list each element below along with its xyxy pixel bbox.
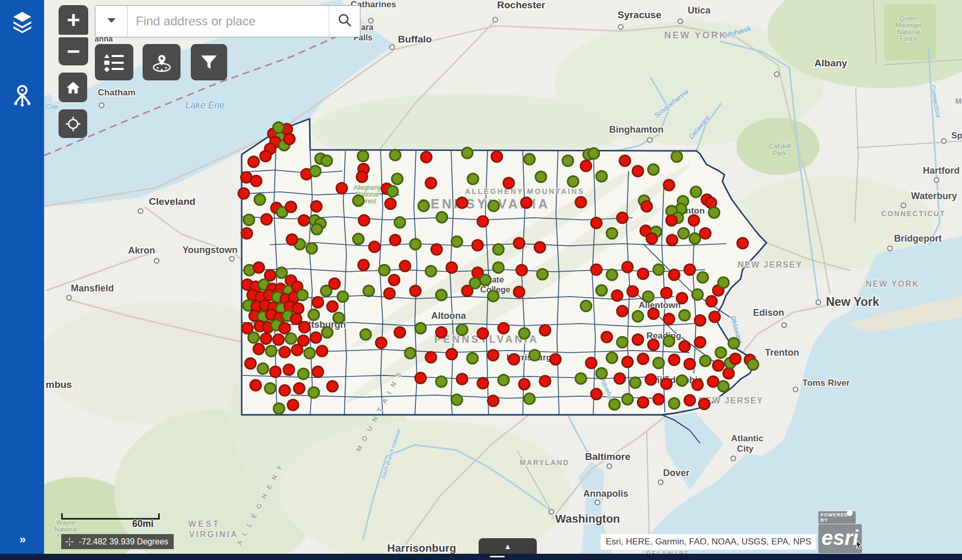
- map-point[interactable]: [299, 322, 310, 333]
- map-point[interactable]: [617, 337, 628, 348]
- map-point[interactable]: [359, 215, 370, 226]
- map-point[interactable]: [274, 403, 285, 414]
- map-point[interactable]: [748, 359, 759, 370]
- map-point[interactable]: [265, 383, 276, 394]
- map-point[interactable]: [452, 236, 463, 247]
- map-point[interactable]: [718, 277, 729, 288]
- map-point[interactable]: [470, 278, 481, 289]
- map-point[interactable]: [280, 323, 290, 334]
- map-point[interactable]: [692, 289, 703, 300]
- map-point[interactable]: [288, 400, 299, 411]
- map-point[interactable]: [617, 306, 628, 317]
- map-point[interactable]: [643, 291, 654, 302]
- map-point[interactable]: [664, 336, 675, 347]
- map-point[interactable]: [284, 134, 295, 145]
- map-point[interactable]: [519, 379, 530, 390]
- map-point[interactable]: [672, 151, 682, 162]
- map-point[interactable]: [488, 396, 499, 407]
- map-point[interactable]: [385, 199, 396, 209]
- map-point[interactable]: [239, 188, 249, 199]
- map-point[interactable]: [540, 376, 551, 387]
- map-point[interactable]: [400, 261, 411, 272]
- map-point[interactable]: [716, 347, 727, 358]
- map-point[interactable]: [521, 198, 532, 208]
- map-point[interactable]: [329, 278, 340, 289]
- map-point[interactable]: [457, 374, 468, 385]
- map-point[interactable]: [245, 358, 256, 369]
- map-point[interactable]: [612, 290, 623, 301]
- map-point[interactable]: [294, 383, 305, 394]
- map-point[interactable]: [317, 346, 328, 357]
- map-point[interactable]: [493, 262, 504, 273]
- map-point[interactable]: [488, 350, 499, 361]
- map-point[interactable]: [685, 395, 695, 406]
- bottom-bar-handle[interactable]: [490, 556, 505, 557]
- map-point[interactable]: [286, 333, 297, 344]
- map-point[interactable]: [309, 387, 319, 398]
- map-point[interactable]: [667, 235, 678, 246]
- map-point[interactable]: [255, 194, 266, 205]
- map-point[interactable]: [576, 373, 587, 384]
- map-viewport[interactable]: CatharinesaraFallsBuffaloRochesterSyracu…: [0, 0, 962, 560]
- map-point[interactable]: [581, 301, 592, 312]
- map-point[interactable]: [492, 151, 503, 162]
- map-point[interactable]: [360, 329, 371, 340]
- map-point[interactable]: [677, 375, 688, 386]
- map-point[interactable]: [638, 397, 649, 408]
- near-me-button[interactable]: [143, 44, 180, 80]
- map-point[interactable]: [338, 291, 348, 302]
- map-point[interactable]: [389, 275, 400, 286]
- map-point[interactable]: [591, 264, 602, 275]
- map-point[interactable]: [419, 201, 429, 212]
- map-point[interactable]: [292, 345, 303, 356]
- related-records-icon[interactable]: [0, 83, 44, 111]
- map-point[interactable]: [615, 373, 625, 384]
- map-point[interactable]: [700, 228, 711, 239]
- map-point[interactable]: [309, 310, 319, 320]
- map-point[interactable]: [244, 215, 255, 226]
- map-point[interactable]: [254, 262, 264, 273]
- map-point[interactable]: [695, 337, 706, 348]
- map-point[interactable]: [312, 224, 323, 235]
- search-input[interactable]: [128, 6, 329, 37]
- map-point[interactable]: [628, 286, 638, 297]
- expand-panel-button[interactable]: »: [0, 533, 44, 547]
- map-point[interactable]: [602, 332, 612, 343]
- map-point[interactable]: [648, 309, 659, 319]
- map-point[interactable]: [276, 268, 287, 278]
- map-point[interactable]: [718, 381, 729, 392]
- map-point[interactable]: [472, 240, 483, 251]
- map-point[interactable]: [304, 348, 315, 359]
- zoom-in-button[interactable]: +: [59, 5, 88, 35]
- map-point[interactable]: [537, 269, 548, 280]
- map-point[interactable]: [666, 215, 677, 226]
- map-point[interactable]: [421, 152, 432, 163]
- map-point[interactable]: [664, 180, 675, 191]
- map-point[interactable]: [410, 286, 421, 297]
- map-point[interactable]: [273, 334, 284, 345]
- map-point[interactable]: [248, 157, 259, 167]
- map-point[interactable]: [713, 360, 724, 371]
- map-point[interactable]: [630, 377, 641, 388]
- map-point[interactable]: [524, 154, 535, 165]
- map-point[interactable]: [311, 201, 322, 212]
- map-point[interactable]: [653, 358, 664, 369]
- map-point[interactable]: [395, 217, 406, 228]
- map-point[interactable]: [478, 328, 489, 339]
- map-point[interactable]: [358, 151, 369, 162]
- map-point[interactable]: [311, 332, 322, 343]
- map-point[interactable]: [270, 367, 281, 377]
- map-point[interactable]: [298, 369, 309, 380]
- map-point[interactable]: [706, 296, 717, 307]
- map-point[interactable]: [462, 148, 473, 159]
- map-point[interactable]: [669, 270, 680, 281]
- map-point[interactable]: [337, 183, 347, 194]
- map-point[interactable]: [251, 176, 262, 187]
- map-point[interactable]: [646, 374, 657, 385]
- map-point[interactable]: [622, 357, 633, 368]
- attribute-table-toggle[interactable]: ▲: [479, 538, 537, 554]
- map-point[interactable]: [353, 234, 364, 245]
- map-point[interactable]: [633, 166, 644, 177]
- map-point[interactable]: [457, 198, 468, 208]
- map-point[interactable]: [327, 301, 338, 312]
